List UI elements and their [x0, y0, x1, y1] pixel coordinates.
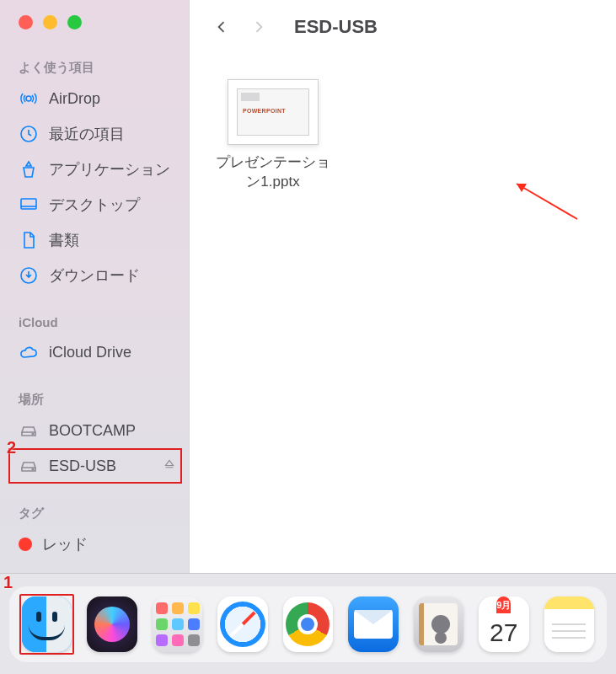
dock-area: 9月 27	[0, 573, 616, 674]
airdrop-icon	[19, 88, 39, 109]
dock-item-siri[interactable]	[87, 596, 137, 652]
sidebar-item-documents[interactable]: 書類	[0, 222, 189, 258]
sidebar-item-applications[interactable]: アプリケーション	[0, 152, 189, 187]
nav-forward-button[interactable]	[249, 17, 269, 37]
sidebar-item-downloads[interactable]: ダウンロード	[0, 258, 189, 293]
close-button[interactable]	[19, 15, 33, 29]
launchpad-icon	[156, 602, 200, 646]
desktop-icon	[19, 195, 39, 215]
siri-icon	[94, 607, 130, 642]
section-favorites-title: よく使う項目	[0, 55, 189, 81]
dock-item-notes[interactable]	[544, 596, 594, 652]
dock-item-launchpad[interactable]	[153, 596, 202, 652]
thumb-app-label: POWERPOINT	[243, 108, 286, 114]
sidebar-item-recents[interactable]: 最近の項目	[0, 116, 189, 152]
content-area: ESD-USB POWERPOINT プレゼンテーション1.pptx	[190, 0, 616, 573]
sidebar-item-label: 最近の項目	[49, 124, 125, 144]
sidebar-item-label: デスクトップ	[49, 195, 140, 215]
minimize-button[interactable]	[43, 15, 57, 29]
sidebar-item-label: レッド	[42, 534, 88, 554]
finder-window: よく使う項目 AirDrop 最近の項目 アプリケーション デスクトップ	[0, 0, 616, 573]
chrome-icon	[286, 602, 329, 646]
mail-icon	[354, 610, 393, 639]
svg-point-0	[26, 96, 31, 101]
finder-icon	[22, 596, 72, 652]
nav-back-button[interactable]	[212, 17, 232, 37]
download-icon	[19, 265, 39, 286]
sidebar-item-label: ダウンロード	[49, 265, 140, 286]
contacts-icon	[419, 603, 458, 645]
eject-button[interactable]	[162, 457, 177, 476]
dock-item-mail[interactable]	[348, 596, 398, 652]
sidebar-item-airdrop[interactable]: AirDrop	[0, 81, 189, 116]
sidebar-item-bootcamp[interactable]: BOOTCAMP	[0, 413, 189, 448]
dock-item-chrome[interactable]	[283, 596, 333, 652]
sidebar-item-label: ESD-USB	[49, 457, 116, 475]
sidebar-item-label: AirDrop	[49, 90, 100, 108]
sidebar-item-esd-usb[interactable]: ESD-USB	[0, 448, 189, 484]
sidebar-item-label: BOOTCAMP	[49, 422, 136, 440]
section-tags-title: タグ	[0, 500, 189, 527]
window-controls	[0, 15, 189, 29]
annotation-callout-1: 1	[3, 573, 13, 592]
drive-icon	[19, 420, 39, 441]
sidebar-item-icloud-drive[interactable]: iCloud Drive	[0, 334, 189, 370]
dock: 9月 27	[8, 586, 608, 663]
dock-item-finder[interactable]	[22, 596, 72, 652]
safari-icon	[220, 602, 265, 647]
sidebar-item-label: iCloud Drive	[49, 344, 131, 361]
document-icon	[19, 230, 39, 250]
toolbar: ESD-USB	[190, 0, 616, 54]
file-name-label: プレゼンテーション1.pptx	[210, 153, 336, 192]
dock-item-safari[interactable]	[217, 596, 267, 652]
notes-icon	[552, 618, 586, 642]
sidebar-item-label: アプリケーション	[49, 159, 170, 179]
svg-point-5	[32, 468, 34, 470]
file-grid: POWERPOINT プレゼンテーション1.pptx	[190, 54, 616, 217]
maximize-button[interactable]	[67, 15, 82, 29]
tag-dot-icon	[19, 538, 32, 551]
location-title: ESD-USB	[294, 16, 378, 38]
calendar-month-label: 9月	[496, 596, 511, 613]
svg-rect-2	[21, 199, 36, 209]
section-icloud-title: iCloud	[0, 310, 189, 334]
section-locations-title: 場所	[0, 387, 189, 413]
sidebar-item-desktop[interactable]: デスクトップ	[0, 187, 189, 222]
file-item[interactable]: POWERPOINT プレゼンテーション1.pptx	[210, 79, 336, 192]
calendar-day-label: 27	[490, 613, 517, 652]
sidebar-item-tag-red[interactable]: レッド	[0, 527, 189, 562]
sidebar: よく使う項目 AirDrop 最近の項目 アプリケーション デスクトップ	[0, 0, 190, 573]
cloud-icon	[19, 342, 39, 362]
annotation-callout-2: 2	[7, 438, 16, 457]
apps-icon	[19, 159, 39, 179]
drive-icon	[19, 456, 39, 476]
dock-item-contacts[interactable]	[414, 596, 463, 652]
svg-point-4	[32, 433, 34, 435]
dock-item-calendar[interactable]: 9月 27	[479, 596, 528, 652]
clock-icon	[19, 124, 39, 144]
sidebar-item-label: 書類	[49, 230, 79, 250]
file-thumbnail: POWERPOINT	[228, 79, 319, 145]
